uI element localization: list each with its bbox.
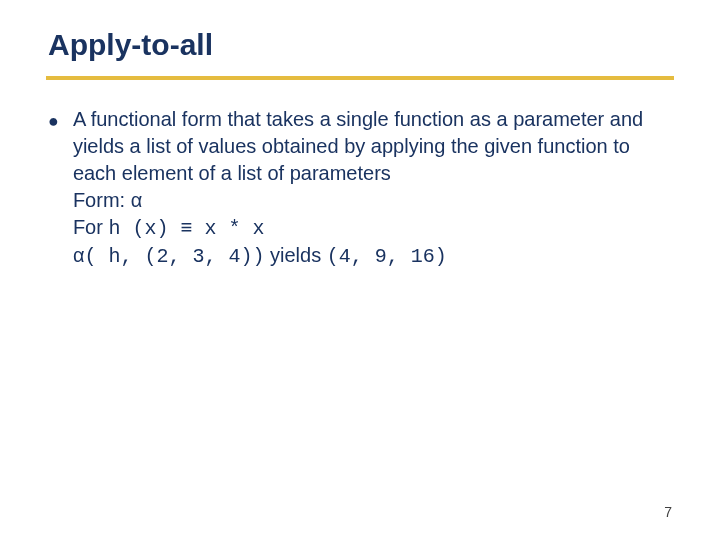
apply-args: ( h, (2, 3, 4))	[84, 245, 264, 268]
apply-line: α( h, (2, 3, 4)) yields (4, 9, 16)	[73, 242, 672, 270]
slide-content: ● A functional form that takes a single …	[48, 106, 672, 270]
title-underline	[46, 76, 674, 80]
page-number: 7	[664, 504, 672, 520]
bullet-body: A functional form that takes a single fu…	[73, 106, 672, 270]
yields-result: (4, 9, 16)	[327, 245, 447, 268]
apply-symbol: α	[73, 244, 85, 266]
form-line: Form: α	[73, 187, 672, 214]
bullet-item: ● A functional form that takes a single …	[48, 106, 672, 270]
slide: Apply-to-all ● A functional form that ta…	[0, 0, 720, 540]
slide-title: Apply-to-all	[48, 28, 672, 70]
form-symbol: α	[131, 189, 143, 211]
form-label: Form:	[73, 189, 131, 211]
for-line: For h (x) ≡ x * x	[73, 214, 672, 242]
for-label: For	[73, 216, 109, 238]
definition-text: A functional form that takes a single fu…	[73, 106, 672, 187]
bullet-icon: ●	[48, 109, 59, 134]
yields-label: yields	[264, 244, 326, 266]
for-code: h (x) ≡ x * x	[108, 217, 264, 240]
